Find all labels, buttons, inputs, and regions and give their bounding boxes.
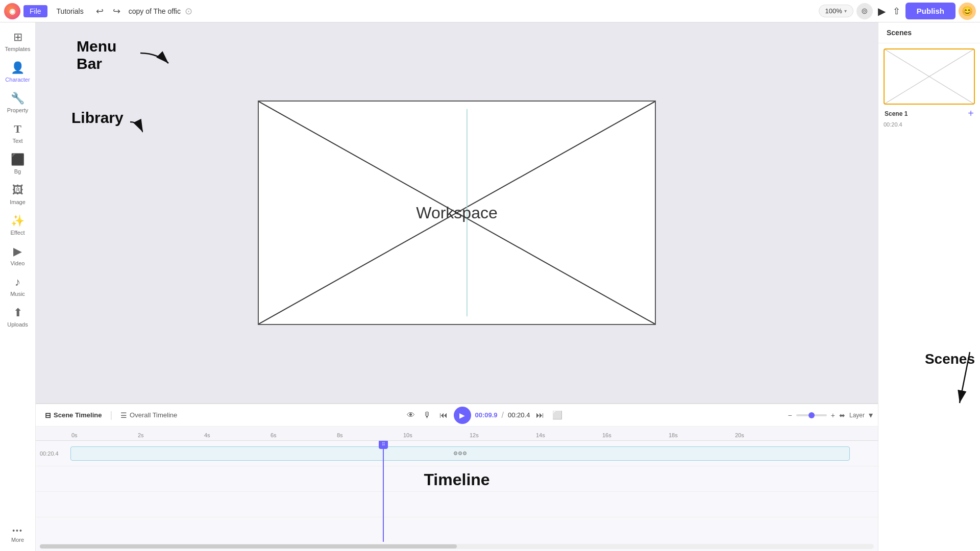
- scene-timeline-icon: ⊟: [45, 411, 51, 419]
- share-button[interactable]: ⇧: [891, 4, 902, 19]
- row-2-track: [70, 471, 874, 487]
- app-logo[interactable]: ◉: [4, 3, 20, 19]
- expand-timeline-button[interactable]: ⬌: [839, 411, 845, 419]
- sidebar-item-templates[interactable]: ⊞ Templates: [0, 27, 35, 56]
- sidebar-more-button[interactable]: ••• More: [0, 522, 35, 547]
- add-scene-button[interactable]: +: [968, 108, 974, 119]
- eye-button[interactable]: 👁: [405, 409, 417, 422]
- sidebar-item-property[interactable]: 🔧 Property: [0, 88, 35, 117]
- timeline-right-button[interactable]: ▾: [869, 410, 873, 420]
- row-1-label: 00:20.4: [40, 450, 70, 457]
- user-avatar-button[interactable]: 😊: [959, 3, 976, 20]
- sidebar-label-video: Video: [11, 260, 25, 266]
- sidebar-label-more: More: [11, 537, 24, 543]
- bg-icon: ⬛: [11, 153, 24, 166]
- row-3-track: [70, 496, 874, 513]
- skip-back-button[interactable]: ⏮: [437, 409, 450, 422]
- tick-4s: 4s: [204, 432, 271, 438]
- sidebar-item-music[interactable]: ♪ Music: [0, 271, 35, 301]
- total-time-display: 00:20.4: [508, 411, 530, 419]
- skip-end-button[interactable]: ⏭: [534, 409, 546, 422]
- zoom-slider-track: [796, 414, 827, 416]
- scene-timeline-label: Scene Timeline: [54, 411, 102, 419]
- sidebar-item-effect[interactable]: ✨ Effect: [0, 210, 35, 240]
- redo-button[interactable]: ↪: [110, 4, 124, 19]
- menubar-annotation-label: Menu Bar: [77, 38, 116, 72]
- uploads-icon: ⬆: [13, 306, 22, 319]
- templates-icon: ⊞: [13, 31, 22, 44]
- save-status-icon[interactable]: ⊙: [185, 6, 192, 17]
- tick-14s: 14s: [536, 432, 602, 438]
- timeline-content[interactable]: 00:20.4 ⚙⚙⚙: [36, 441, 878, 542]
- timeline-row-1: 00:20.4 ⚙⚙⚙: [36, 441, 878, 466]
- zoom-caret-icon: ▾: [844, 8, 847, 14]
- zoom-control[interactable]: 100% ▾: [819, 5, 853, 17]
- timeline-toolbar: ⊟ Scene Timeline | ☰ Overall Timeline 👁 …: [36, 404, 878, 427]
- more-dots-icon: •••: [12, 527, 23, 535]
- timeline-area: Timeline ⊟ Scene Timeline | ☰ Overall Ti…: [36, 403, 878, 551]
- scene-1-label-row: Scene 1 +: [884, 108, 975, 119]
- play-button[interactable]: ▶: [454, 407, 471, 424]
- timeline-scrollbar[interactable]: [40, 544, 874, 549]
- tick-16s: 16s: [602, 432, 669, 438]
- row-1-track: ⚙⚙⚙: [70, 445, 874, 462]
- music-icon: ♪: [15, 276, 20, 289]
- scene-1-name: Scene 1: [885, 110, 908, 117]
- scene-1-duration: 00:20.4: [884, 121, 902, 128]
- history-button[interactable]: ⊚: [856, 3, 873, 19]
- sidebar-item-bg[interactable]: ⬛ Bg: [0, 149, 35, 179]
- tutorials-menu-button[interactable]: Tutorials: [51, 5, 90, 17]
- mic-button[interactable]: 🎙: [421, 409, 433, 422]
- sidebar-label-property: Property: [7, 107, 29, 113]
- file-menu-button[interactable]: File: [23, 5, 47, 17]
- sidebar-label-image: Image: [10, 199, 26, 205]
- undo-button[interactable]: ↩: [93, 4, 107, 19]
- zoom-plus-button[interactable]: +: [831, 411, 835, 419]
- timeline-row-3: [36, 492, 878, 517]
- property-icon: 🔧: [11, 92, 24, 105]
- sidebar-label-bg: Bg: [14, 168, 21, 174]
- workspace-canvas[interactable]: Workspace: [258, 101, 656, 325]
- tick-0s: 0s: [71, 432, 138, 438]
- library-annotation-label: Library: [71, 109, 124, 127]
- tick-6s: 6s: [271, 432, 337, 438]
- tick-18s: 18s: [669, 432, 735, 438]
- sidebar-label-effect: Effect: [11, 230, 25, 236]
- tab-overall-timeline[interactable]: ☰ Overall Timeline: [116, 409, 181, 421]
- scene-1-thumbnail[interactable]: [884, 48, 975, 105]
- publish-button[interactable]: Publish: [905, 3, 955, 19]
- timeline-row-2: [36, 466, 878, 492]
- play-preview-button[interactable]: ▶: [876, 3, 888, 19]
- zoom-slider-thumb[interactable]: [808, 412, 815, 418]
- character-icon: 👤: [11, 61, 24, 74]
- canvas-container[interactable]: Workspace Menu Bar: [36, 22, 878, 403]
- sidebar-item-character[interactable]: 👤 Character: [0, 57, 35, 87]
- sidebar-item-text[interactable]: T Text: [0, 118, 35, 148]
- tick-8s: 8s: [337, 432, 403, 438]
- image-icon: 🖼: [12, 184, 23, 197]
- tick-10s: 10s: [403, 432, 470, 438]
- scenes-panel-header: Scenes: [878, 22, 980, 43]
- text-icon: T: [14, 122, 21, 136]
- tab-scene-timeline[interactable]: ⊟ Scene Timeline: [41, 409, 106, 421]
- sidebar-item-uploads[interactable]: ⬆ Uploads: [0, 302, 35, 332]
- sidebar-label-uploads: Uploads: [7, 321, 28, 328]
- sidebar-item-image[interactable]: 🖼 Image: [0, 180, 35, 209]
- tick-12s: 12s: [470, 432, 536, 438]
- zoom-value: 100%: [825, 7, 842, 15]
- tick-2s: 2s: [138, 432, 204, 438]
- clip-1[interactable]: ⚙⚙⚙: [70, 446, 850, 461]
- left-sidebar: ⊞ Templates 👤 Character 🔧 Property T Tex…: [0, 22, 36, 551]
- tab-divider: |: [110, 410, 112, 420]
- time-separator: /: [502, 411, 504, 420]
- overall-timeline-label: Overall Timeline: [130, 411, 177, 419]
- timeline-ruler: 0s 2s 4s 6s 8s 10s 12s 14s 16s 18s 20s: [36, 427, 878, 441]
- sidebar-label-music: Music: [10, 291, 25, 297]
- zoom-minus-button[interactable]: −: [788, 411, 792, 419]
- subtitle-button[interactable]: ⬜: [550, 408, 565, 422]
- layer-label: Layer: [849, 412, 865, 419]
- sidebar-label-text: Text: [12, 138, 22, 144]
- sidebar-label-templates: Templates: [5, 46, 30, 52]
- timeline-scrollbar-thumb[interactable]: [40, 544, 457, 548]
- sidebar-item-video[interactable]: ▶ Video: [0, 241, 35, 270]
